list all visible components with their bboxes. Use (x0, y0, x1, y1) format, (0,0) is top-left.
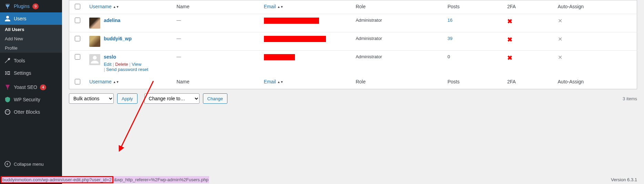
auto-assign-none-icon: ✕ (558, 36, 562, 42)
plug-icon (4, 3, 11, 10)
role-value: Administrator (352, 32, 444, 51)
sidebar-sub-profile[interactable]: Profile (0, 43, 62, 53)
col-name: Name (173, 75, 260, 89)
collapse-label: Collapse menu (14, 162, 44, 167)
col-role: Role (352, 75, 444, 89)
sidebar-label: Plugins (14, 3, 30, 9)
select-all-checkbox-top[interactable] (75, 4, 80, 9)
twofa-disabled-icon: ✖ (507, 36, 512, 43)
col-2fa: 2FA (504, 75, 554, 89)
change-role-select[interactable]: Change role to… (144, 93, 200, 104)
shield-icon (4, 96, 11, 103)
sort-icon: ▲▼ (113, 6, 119, 8)
avatar (89, 18, 100, 29)
col-posts: Posts (444, 75, 504, 89)
username-link[interactable]: adelina (104, 18, 120, 23)
update-badge: 9 (32, 3, 39, 9)
email-redacted (264, 36, 326, 42)
user-icon (4, 15, 11, 22)
twofa-disabled-icon: ✖ (507, 18, 512, 25)
sidebar-item-wpsecurity[interactable]: WP Security (0, 93, 62, 106)
sort-icon: ▲▼ (277, 81, 284, 83)
annotation-arrow (115, 79, 157, 152)
col-auto-assign: Auto-Assign (554, 75, 637, 89)
sidebar-item-plugins[interactable]: Plugins 9 (0, 0, 62, 12)
svg-point-0 (5, 110, 10, 114)
status-bar: buddyinmotion.com/wp-admin/user-edit.php… (0, 175, 644, 184)
svg-line-4 (121, 81, 153, 148)
col-posts: Posts (444, 0, 504, 14)
col-role: Role (352, 0, 444, 14)
sidebar-item-tools[interactable]: Tools (0, 54, 62, 67)
role-value: Administrator (352, 51, 444, 76)
hover-url: buddyinmotion.com/wp-admin/user-edit.php… (0, 175, 210, 184)
svg-point-2 (8, 111, 9, 112)
delete-link[interactable]: Delete (115, 62, 128, 67)
name-value: — (176, 18, 181, 23)
col-name: Name (173, 0, 260, 14)
sidebar-sub-add-new[interactable]: Add New (0, 34, 62, 43)
svg-point-3 (5, 161, 10, 167)
col-username-sort[interactable]: Username (89, 79, 112, 84)
col-2fa: 2FA (504, 0, 554, 14)
sort-icon: ▲▼ (113, 81, 119, 83)
admin-sidebar: Plugins 9 Users All Users Add New Profil… (0, 0, 62, 184)
email-redacted (264, 54, 295, 60)
email-redacted (264, 18, 319, 24)
sidebar-label: Users (14, 16, 27, 21)
sidebar-label: Otter Blocks (14, 109, 40, 115)
username-link[interactable]: seslo (104, 54, 116, 60)
sidebar-item-yoast[interactable]: Yoast SEO 4 (0, 81, 62, 93)
view-link[interactable]: View (132, 62, 141, 67)
twofa-disabled-icon: ✖ (507, 54, 512, 61)
edit-link[interactable]: Edit (104, 62, 111, 67)
content-area: Username▲▼ Name Email▲▼ Role Posts 2FA A… (62, 0, 644, 184)
sidebar-item-settings[interactable]: Settings (0, 67, 62, 79)
sidebar-label: Settings (14, 70, 31, 76)
url-highlighted: buddyinmotion.com/wp-admin/user-edit.php… (1, 176, 113, 183)
col-email-sort[interactable]: Email (264, 79, 276, 84)
table-row: sesloEdit | Delete | View| Send password… (69, 51, 637, 76)
collapse-icon (4, 161, 11, 167)
row-checkbox[interactable] (75, 54, 80, 60)
tablenav-bottom: Bulk actions Apply Change role to… Chang… (69, 93, 637, 104)
sidebar-label: Yoast SEO (14, 84, 37, 90)
send-password-reset-link[interactable]: Send password reset (106, 67, 148, 72)
posts-link[interactable]: 39 (448, 36, 452, 41)
sort-icon: ▲▼ (277, 6, 284, 8)
posts-count: 0 (448, 54, 450, 59)
sidebar-item-users[interactable]: Users (0, 12, 62, 25)
row-checkbox[interactable] (75, 36, 80, 41)
select-all-checkbox-bottom[interactable] (75, 79, 80, 84)
users-table: Username▲▼ Name Email▲▼ Role Posts 2FA A… (69, 0, 637, 89)
collapse-menu[interactable]: Collapse menu (0, 158, 62, 170)
sidebar-label: WP Security (14, 97, 40, 102)
username-link[interactable]: buddyi6_wp (104, 36, 132, 41)
sidebar-label: Tools (14, 58, 25, 63)
svg-point-1 (7, 111, 7, 112)
col-email-sort[interactable]: Email (264, 4, 276, 9)
auto-assign-none-icon: ✕ (558, 54, 562, 60)
bulk-actions-select[interactable]: Bulk actions (69, 93, 114, 104)
name-value: — (176, 36, 181, 41)
url-remainder: &wp_http_referer=%2Fwp-admin%2Fusers.php (113, 176, 209, 183)
table-row: adelina—Administrator16✖✕ (69, 14, 637, 32)
apply-button[interactable]: Apply (117, 93, 137, 104)
wp-version: Version 6.3.1 (604, 176, 644, 184)
col-auto-assign: Auto-Assign (554, 0, 637, 14)
avatar (89, 36, 100, 47)
auto-assign-none-icon: ✕ (558, 18, 562, 24)
sidebar-item-otter[interactable]: Otter Blocks (0, 106, 62, 118)
name-value: — (176, 54, 181, 59)
row-checkbox[interactable] (75, 18, 80, 23)
posts-link[interactable]: 16 (448, 18, 452, 23)
users-submenu: All Users Add New Profile (0, 25, 62, 53)
wrench-icon (4, 57, 11, 64)
update-badge: 4 (40, 84, 46, 90)
col-username-sort[interactable]: Username (89, 4, 112, 9)
avatar (89, 54, 100, 65)
otter-icon (4, 109, 11, 115)
change-button[interactable]: Change (203, 93, 228, 104)
row-actions: Edit | Delete | View| Send password rese… (104, 62, 148, 72)
sidebar-sub-all-users[interactable]: All Users (0, 25, 62, 34)
